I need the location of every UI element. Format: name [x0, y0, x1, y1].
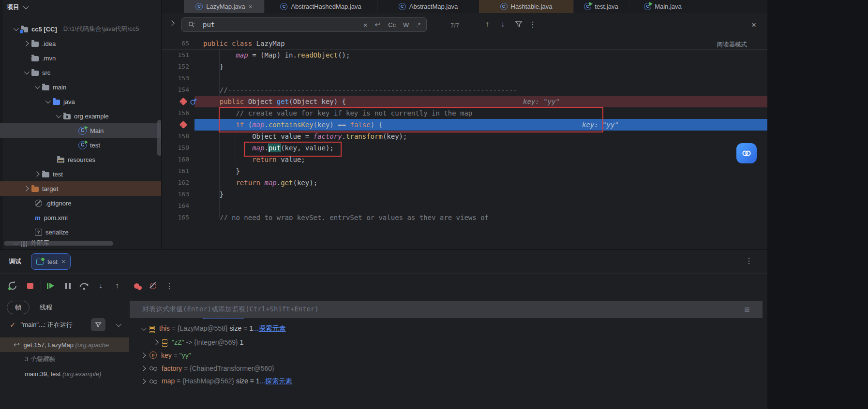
chevron-right-icon[interactable] [34, 171, 39, 176]
code-line-152[interactable]: 152 } [162, 61, 767, 73]
view-breakpoints-icon[interactable] [131, 280, 142, 292]
variable-row-map[interactable]: map = {HashMap@562} size = 1...探索元素 [130, 375, 779, 388]
code-line-151[interactable]: 151 map = (Map) in.readObject(); [162, 49, 767, 61]
newline-icon[interactable]: ↵ [375, 20, 381, 29]
whole-words-toggle[interactable]: W [403, 21, 409, 29]
variable-row-map-entry[interactable]: "zZ" -> {Integer@569} 1 [130, 336, 792, 349]
rerun-icon[interactable] [7, 280, 18, 292]
variable-row-this[interactable]: this = {LazyMap@558} size = 1...探索元素 [130, 322, 779, 335]
tree-item-gitignore[interactable]: .gitignore [0, 196, 161, 210]
tree-item-idea[interactable]: .idea [0, 36, 161, 51]
step-into-icon[interactable]: ↓ [95, 280, 106, 292]
chevron-right-icon[interactable] [140, 379, 146, 384]
tree-item-pom-xml[interactable]: m pom.xml [0, 210, 161, 225]
chevron-down-icon[interactable] [45, 98, 51, 103]
tab-hashtable-java[interactable]: C Hashtable.java [479, 0, 574, 13]
code-line-161[interactable]: 161 } [162, 165, 767, 177]
breakpoint-icon[interactable] [180, 121, 188, 129]
stack-frame-row[interactable]: main:39, test (org.example) [0, 366, 129, 381]
chevron-right-icon[interactable] [23, 186, 29, 191]
step-over-icon[interactable] [78, 280, 90, 292]
horizontal-scrollbar[interactable] [4, 241, 113, 246]
search-query[interactable]: put [203, 21, 356, 29]
chevron-right-icon[interactable] [23, 41, 29, 46]
chevron-right-icon[interactable] [140, 352, 146, 358]
tree-item-resources[interactable]: resources [0, 152, 161, 167]
thread-status: "main"...: 正在运行 [21, 321, 73, 329]
ai-assistant-button[interactable] [736, 143, 757, 163]
tree-item-main-class[interactable]: C Main [0, 123, 161, 138]
tab-frames[interactable]: 帧 [7, 301, 30, 314]
previous-match-button[interactable]: ↑ [485, 20, 489, 29]
chevron-down-icon[interactable] [23, 4, 29, 9]
close-search-icon[interactable]: × [751, 20, 756, 30]
tab-test-java[interactable]: C test.java [573, 0, 629, 13]
stack-frame-row[interactable]: ↩ get:157, LazyMap (org.apache [0, 337, 129, 352]
code-line-163[interactable]: 163 } [162, 189, 767, 200]
more-options-icon[interactable]: ⋮ [164, 280, 175, 292]
pause-icon[interactable] [62, 280, 74, 292]
line-number: 158 [162, 131, 189, 142]
code-line-165[interactable]: 165 // no need to wrap keySet, entrySet … [162, 212, 767, 220]
hidden-frames-row[interactable]: 3 个隐藏帧 [0, 352, 129, 366]
chevron-down-icon[interactable] [35, 84, 40, 89]
mute-breakpoints-icon[interactable] [147, 280, 159, 292]
match-case-toggle[interactable]: Cc [388, 21, 396, 29]
chevron-down-icon[interactable] [141, 325, 147, 330]
chevron-down-icon[interactable] [14, 26, 19, 31]
more-options-icon[interactable]: ⋮ [529, 20, 537, 29]
breakpoint-icon[interactable] [180, 98, 188, 106]
hide-frames-filter-button[interactable] [91, 318, 105, 331]
class-icon: C [399, 3, 406, 10]
tree-item-mvn[interactable]: .mvn [0, 51, 161, 65]
chevron-right-icon[interactable] [140, 365, 146, 371]
tree-item-test-folder[interactable]: test [0, 167, 161, 181]
code-viewport[interactable]: 151 map = (Map) in.readObject(); 152 } 1… [162, 49, 767, 220]
add-watch-icon[interactable]: ⊞ [744, 306, 750, 313]
reader-mode-label[interactable]: 阅读器模式 [717, 41, 748, 49]
thread-selector[interactable]: ✓ "main"...: 正在运行 [0, 317, 129, 333]
tree-item-java-folder[interactable]: java [0, 94, 161, 109]
debug-panel-title: 调试 [9, 257, 21, 266]
tree-item-root-cc5[interactable]: cc5 [CC] D:\1\代码集合\java代码\cc5 [0, 22, 161, 36]
tab-abstracthashedmap-java[interactable]: C AbstractHashedMap.java [264, 0, 378, 13]
project-panel-header[interactable]: 项目 [7, 3, 27, 12]
step-out-icon[interactable]: ↑ [111, 280, 123, 292]
chevron-down-icon[interactable] [116, 321, 121, 327]
execution-point-icon[interactable] [190, 98, 197, 105]
sticky-line[interactable]: 65 public class LazyMap [162, 38, 767, 50]
frames-variables-divider[interactable] [129, 298, 129, 409]
chevron-down-icon[interactable] [56, 113, 61, 118]
tree-item-test-class[interactable]: C test [0, 138, 161, 152]
next-match-button[interactable]: ↓ [501, 20, 505, 29]
tab-main-java[interactable]: C Main.java [629, 0, 697, 13]
code-line-162[interactable]: 162 return map.get(key); [162, 177, 767, 189]
tab-threads[interactable]: 线程 [40, 301, 52, 314]
variable-row-key[interactable]: p key = "yy" [130, 349, 779, 362]
evaluate-expression-input[interactable]: 对表达式求值(Enter)或添加监视(Ctrl+Shift+Enter) ⊞ [130, 301, 763, 318]
filter-icon[interactable] [514, 20, 523, 29]
code-line-154[interactable]: 154 //----------------------------------… [162, 84, 767, 96]
close-icon[interactable]: × [61, 258, 65, 265]
tree-item-target[interactable]: target [0, 181, 161, 196]
tab-abstractmap-java[interactable]: C AbstractMap.java [377, 0, 479, 13]
tree-item-main-folder[interactable]: main [0, 80, 161, 94]
tab-lazymap-java[interactable]: C LazyMap.java × [184, 0, 265, 13]
code-line-153[interactable]: 153 [162, 73, 767, 84]
variable-row-factory[interactable]: factory = {ChainedTransformer@560} [130, 362, 779, 375]
stop-icon[interactable] [24, 280, 36, 292]
close-icon[interactable]: × [249, 3, 253, 10]
chevron-right-icon[interactable] [153, 339, 158, 345]
regex-toggle[interactable]: .* [416, 21, 420, 29]
tree-item-src[interactable]: src [0, 65, 161, 80]
code-line-155[interactable]: public Object get(Object key) { key: "yy… [162, 96, 767, 107]
clear-search-icon[interactable]: × [363, 21, 368, 29]
code-line-164[interactable]: 164 [162, 200, 767, 212]
chevron-down-icon[interactable] [24, 69, 30, 74]
resume-icon[interactable] [45, 280, 56, 292]
expand-search-icon[interactable] [169, 20, 174, 26]
search-input[interactable]: put × ↵ Cc W .* [181, 17, 427, 32]
tree-item-package-org-example[interactable]: org.example [0, 109, 161, 123]
debug-session-tab[interactable]: test × [31, 253, 71, 270]
more-options-icon[interactable]: ⋮ [745, 256, 753, 265]
